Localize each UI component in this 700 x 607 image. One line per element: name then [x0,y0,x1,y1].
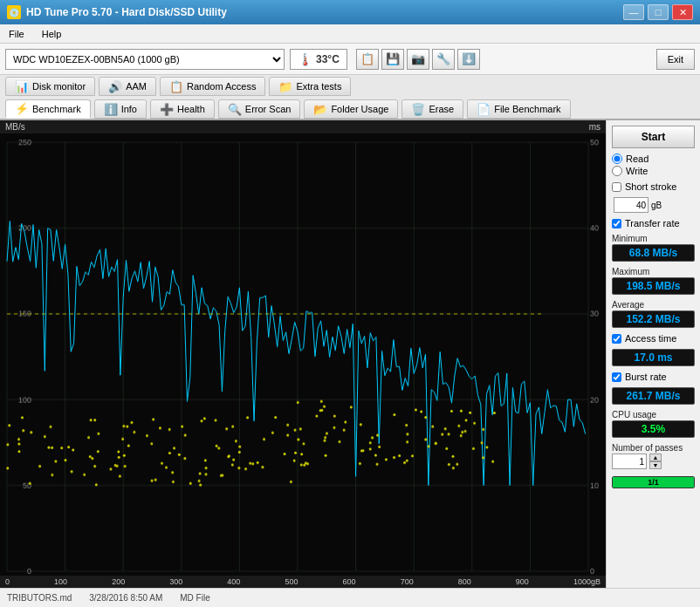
access-time-checkbox-label[interactable]: Access time [612,333,695,344]
tab-error-scan[interactable]: 🔍 Error Scan [218,99,301,119]
save-icon-btn[interactable]: 💾 [381,49,404,70]
tab-extra-tests[interactable]: 📁 Extra tests [269,77,351,96]
x-axis-4: 400 [227,577,240,586]
short-stroke-checkbox[interactable] [612,182,621,192]
maximum-stat: Maximum 198.5 MB/s [612,267,695,295]
tab-folder-usage[interactable]: 📂 Folder Usage [304,99,398,119]
progress-bar-container: 1/1 [612,476,695,488]
disk-monitor-icon: 📊 [15,80,29,93]
x-axis-2: 200 [112,577,125,586]
app-title: HD Tune Pro 5.70 - Hard Disk/SSD Utility [26,6,227,18]
access-time-checkbox[interactable] [612,334,621,344]
nav-tabs: 📊 Disk monitor 🔊 AAM 📋 Random Access 📁 E… [0,75,700,120]
copy-icon-btn[interactable]: 📋 [356,49,379,70]
write-radio-label[interactable]: Write [612,166,695,176]
passes-input[interactable] [612,454,647,469]
average-stat: Average 152.2 MB/s [612,300,695,328]
y-axis-left-label: MB/s [5,122,25,132]
progress-bar-fill: 1/1 [613,477,694,488]
tools-icon-btn[interactable]: 🔧 [432,49,455,70]
right-panel: Start Read Write Short stroke gB Transfe… [606,120,700,588]
stroke-row: gB [614,197,695,213]
read-write-group: Read Write [612,153,695,176]
x-axis-5: 500 [285,577,298,586]
main-content: MB/s ms 0 100 200 300 400 500 600 700 80… [0,120,700,588]
tab-info[interactable]: ℹ️ Info [94,99,147,119]
x-axis-6: 600 [343,577,356,586]
tab-benchmark[interactable]: ⚡ Benchmark [5,99,91,119]
x-axis-8: 800 [458,577,471,586]
folder-usage-icon: 📂 [313,103,327,116]
x-axis-0: 0 [5,577,10,586]
tab-benchmark-label: Benchmark [32,104,81,114]
passes-row: ▲ ▼ [612,454,695,469]
minimum-stat: Minimum 68.8 MB/s [612,234,695,262]
menu-file[interactable]: File [3,27,30,41]
close-button[interactable]: ✕ [672,4,693,20]
tab-disk-monitor-label: Disk monitor [32,81,86,92]
x-axis-9: 900 [516,577,529,586]
tab-erase[interactable]: 🗑️ Erase [401,99,463,119]
write-label: Write [626,166,648,176]
thermometer-icon: 🌡️ [298,52,312,66]
benchmark-icon: ⚡ [15,102,29,115]
x-axis-3: 300 [169,577,182,586]
burst-rate-checkbox-label[interactable]: Burst rate [612,372,695,382]
tab-file-benchmark-label: File Benchmark [494,104,560,114]
maximize-button[interactable]: □ [648,4,669,20]
minimize-button[interactable]: — [623,4,644,20]
title-bar: 💿 HD Tune Pro 5.70 - Hard Disk/SSD Utili… [0,0,700,24]
stroke-unit: gB [651,201,662,210]
write-radio[interactable] [612,166,622,176]
menu-bar: File Help [0,24,700,44]
short-stroke-label: Short stroke [625,181,676,192]
temperature-display: 🌡️ 33°C [290,49,347,70]
tab-extra-tests-label: Extra tests [296,81,341,92]
passes-spin-up[interactable]: ▲ [649,454,662,461]
passes-spin-down[interactable]: ▼ [649,461,662,469]
read-radio-label[interactable]: Read [612,153,695,164]
x-axis-1: 100 [54,577,67,586]
y-axis-right-label: ms [589,122,600,132]
passes-stat: Number of passes ▲ ▼ [612,443,695,469]
read-label: Read [626,153,649,164]
cpu-usage-value: 3.5% [612,420,695,438]
tab-folder-usage-label: Folder Usage [331,104,388,114]
power-icon-btn[interactable]: ⬇️ [457,49,480,70]
tab-disk-monitor[interactable]: 📊 Disk monitor [5,77,95,96]
transfer-rate-label: Transfer rate [625,218,680,228]
minimum-label: Minimum [612,234,695,243]
minimum-value: 68.8 MB/s [612,244,695,262]
status-bar: TRIBUTORS.md 3/28/2016 8:50 AM MD File [0,588,700,607]
short-stroke-checkbox-label[interactable]: Short stroke [612,181,695,192]
transfer-rate-checkbox[interactable] [612,219,621,228]
x-axis-10: 1000gB [573,577,600,586]
health-icon: ➕ [160,103,174,116]
access-time-value: 17.0 ms [612,349,695,366]
read-radio[interactable] [612,153,622,164]
status-filename: TRIBUTORS.md [7,593,72,603]
info-icon: ℹ️ [104,103,118,116]
burst-rate-checkbox[interactable] [612,372,621,382]
random-access-icon: 📋 [169,80,183,93]
start-button[interactable]: Start [612,126,695,148]
camera-icon-btn[interactable]: 📷 [407,49,429,70]
drive-select[interactable]: WDC WD10EZEX-00BN5A0 (1000 gB) [5,49,285,70]
tab-random-access[interactable]: 📋 Random Access [160,77,265,96]
tab-health[interactable]: ➕ Health [150,99,215,119]
tab-health-label: Health [177,104,205,114]
tab-erase-label: Erase [429,104,454,114]
status-filetype: MD File [180,593,209,603]
erase-icon: 🗑️ [411,103,425,116]
file-benchmark-icon: 📄 [477,103,491,116]
exit-button[interactable]: Exit [656,49,695,70]
transfer-rate-checkbox-label[interactable]: Transfer rate [612,218,695,228]
stroke-input[interactable] [614,197,649,213]
tab-aam[interactable]: 🔊 AAM [99,77,156,96]
menu-help[interactable]: Help [37,27,67,41]
average-label: Average [612,300,695,310]
cpu-usage-stat: CPU usage 3.5% [612,410,695,438]
tab-random-access-label: Random Access [187,81,256,92]
tab-file-benchmark[interactable]: 📄 File Benchmark [467,99,570,119]
tab-info-label: Info [121,104,137,114]
